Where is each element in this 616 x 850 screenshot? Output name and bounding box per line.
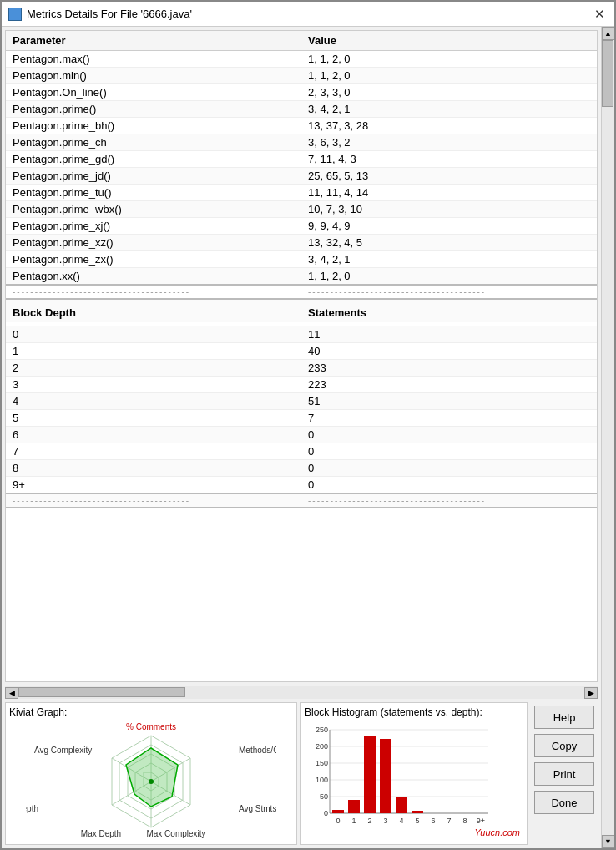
bar-1: [348, 800, 360, 813]
depth-row: 57: [6, 410, 597, 427]
v-scroll-track[interactable]: [602, 40, 614, 835]
title-bar: Metrics Details For File '6666.java' ✕: [2, 2, 614, 27]
table-row: Pentagon.xx()1, 1, 2, 0: [6, 268, 597, 286]
depth-cell: 6: [6, 427, 301, 443]
param-cell: Pentagon.xx(): [6, 268, 301, 286]
svg-text:5: 5: [415, 817, 419, 825]
svg-marker-11: [126, 748, 178, 807]
svg-text:7: 7: [447, 817, 451, 825]
kiviat-canvas: % Comments Methods/Class Avg Stmts/Metho…: [9, 721, 293, 838]
param-cell: Pentagon.prime_tu(): [6, 185, 301, 201]
scroll-up-arrow[interactable]: ▲: [602, 27, 615, 40]
window-icon: [8, 8, 22, 21]
scroll-right-arrow[interactable]: ▶: [584, 687, 598, 699]
param-cell: Pentagon.max(): [6, 51, 301, 68]
copy-button[interactable]: Copy: [534, 734, 594, 757]
vertical-scrollbar[interactable]: ▲ ▼: [601, 27, 614, 848]
table-row: Pentagon.prime_jd()25, 65, 5, 13: [6, 168, 597, 185]
depth-row: 3223: [6, 377, 597, 393]
h-scroll-thumb[interactable]: [18, 687, 185, 697]
svg-text:6: 6: [431, 817, 435, 825]
statements-cell: 7: [301, 410, 597, 427]
svg-text:0: 0: [324, 809, 328, 817]
watermark: Yuucn.com: [474, 827, 520, 837]
scroll-left-arrow[interactable]: ◀: [5, 687, 18, 699]
print-button[interactable]: Print: [534, 762, 594, 786]
metrics-table: Parameter Value Pentagon.max()1, 1, 2, 0…: [6, 31, 597, 508]
depth-row: 140: [6, 343, 597, 360]
svg-point-12: [149, 779, 154, 784]
kiviat-label: Kiviat Graph:: [9, 706, 293, 718]
done-button[interactable]: Done: [534, 791, 594, 814]
kiviat-section: Kiviat Graph:: [5, 702, 297, 845]
scroll-down-arrow[interactable]: ▼: [602, 835, 615, 848]
depth-row: 451: [6, 393, 597, 410]
depth-cell: 2: [6, 360, 301, 377]
separator-row: ----------------------------------------…: [6, 285, 597, 299]
depth-cell: 4: [6, 393, 301, 410]
svg-text:1: 1: [351, 817, 356, 825]
value-cell: 11, 11, 4, 14: [301, 185, 597, 201]
bottom-separator-row: ----------------------------------------…: [6, 493, 597, 508]
table-row: Pentagon.prime_gd()7, 11, 4, 3: [6, 151, 597, 168]
table-row: Pentagon.prime_bh()13, 37, 3, 28: [6, 118, 597, 134]
depth-row: 011: [6, 326, 597, 343]
param-cell: Pentagon.On_line(): [6, 84, 301, 101]
param-cell: Pentagon.prime(): [6, 101, 301, 118]
horizontal-scrollbar[interactable]: ◀ ▶: [5, 686, 598, 699]
histogram-area: 250 200 150 100 50 0: [305, 721, 523, 841]
svg-text:250: 250: [316, 726, 328, 734]
depth-cell: 1: [6, 343, 301, 360]
kiviat-comments-label: % Comments: [126, 722, 176, 731]
histogram-section: Block Histogram (statements vs. depth):: [300, 702, 528, 845]
value-cell: 13, 37, 3, 28: [301, 118, 597, 134]
value-cell: 2, 3, 3, 0: [301, 84, 597, 101]
help-button[interactable]: Help: [534, 706, 594, 729]
table-row: Pentagon.prime_xj()9, 9, 4, 9: [6, 218, 597, 235]
depth-row: 80: [6, 460, 597, 477]
statements-cell: 0: [301, 427, 597, 443]
table-row: Pentagon.On_line()2, 3, 3, 0: [6, 84, 597, 101]
svg-text:2: 2: [367, 817, 371, 825]
value-cell: 9, 9, 4, 9: [301, 218, 597, 235]
svg-text:9+: 9+: [477, 817, 485, 825]
v-scroll-thumb[interactable]: [602, 40, 613, 107]
window-title: Metrics Details For File '6666.java': [27, 8, 192, 20]
histogram-svg: 250 200 150 100 50 0: [305, 721, 497, 838]
kiviat-maxdepth-label: Max Depth: [81, 829, 121, 838]
param-cell: Pentagon.prime_gd(): [6, 151, 301, 168]
svg-text:50: 50: [320, 792, 328, 801]
close-button[interactable]: ✕: [591, 6, 608, 23]
param-cell: Pentagon.prime_wbx(): [6, 201, 301, 218]
table-row: Pentagon.prime_ch3, 6, 3, 2: [6, 134, 597, 151]
depth-row: 60: [6, 427, 597, 443]
bar-3: [380, 739, 391, 813]
value-cell: 3, 4, 2, 1: [301, 101, 597, 118]
kiviat-avgdepth-label: Avg Depth: [26, 804, 38, 813]
bar-5: [412, 811, 423, 813]
statements-cell: 0: [301, 443, 597, 460]
statements-cell: 0: [301, 477, 597, 494]
kiviat-methods-label: Methods/Class: [239, 746, 276, 755]
h-scroll-track[interactable]: [18, 686, 584, 699]
statements-cell: 40: [301, 343, 597, 360]
metrics-table-container[interactable]: Parameter Value Pentagon.max()1, 1, 2, 0…: [5, 30, 598, 682]
depth-row: 2233: [6, 360, 597, 377]
histogram-label: Block Histogram (statements vs. depth):: [305, 706, 523, 718]
kiviat-svg: % Comments Methods/Class Avg Stmts/Metho…: [26, 721, 276, 838]
param-cell: Pentagon.prime_bh(): [6, 118, 301, 134]
depth-cell: 5: [6, 410, 301, 427]
value-cell: 3, 6, 3, 2: [301, 134, 597, 151]
statements-cell: 11: [301, 326, 597, 343]
depth-cell: 8: [6, 460, 301, 477]
bar-4: [396, 797, 407, 813]
table-row: Pentagon.prime_zx()3, 4, 2, 1: [6, 251, 597, 268]
section-header-row: Block DepthStatements: [6, 299, 597, 322]
value-cell: 25, 65, 5, 13: [301, 168, 597, 185]
value-cell: 10, 7, 3, 10: [301, 201, 597, 218]
col-value: Value: [301, 31, 597, 51]
table-row: Pentagon.prime_xz()13, 32, 4, 5: [6, 235, 597, 251]
table-row: Pentagon.max()1, 1, 2, 0: [6, 51, 597, 68]
value-cell: 13, 32, 4, 5: [301, 235, 597, 251]
svg-text:4: 4: [399, 817, 403, 825]
